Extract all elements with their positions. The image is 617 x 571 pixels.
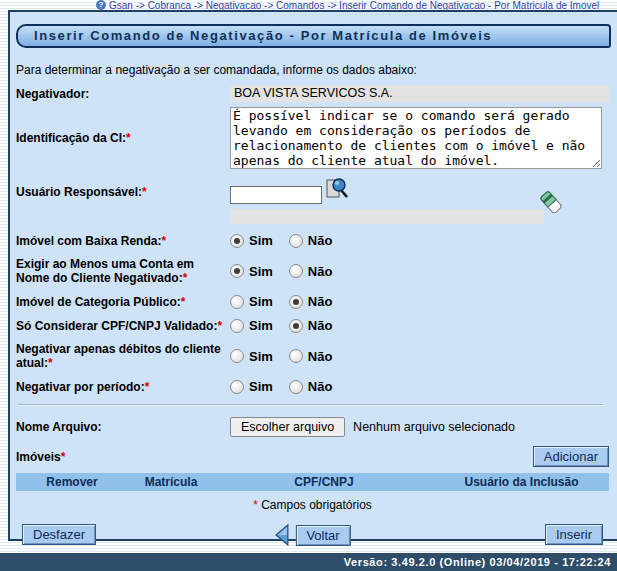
- form-row-negativar-periodo: Negativar por período:* Sim Não: [16, 379, 609, 394]
- radio-nao-label: Não: [308, 233, 333, 248]
- radio-sim[interactable]: [230, 380, 244, 394]
- add-button[interactable]: Adicionar: [533, 446, 609, 467]
- form-row-nome-arquivo: Nome Arquivo: Escolher arquivo Nenhum ar…: [16, 416, 609, 438]
- negativar-periodo-label: Negativar por período:*: [16, 380, 230, 394]
- form-row-baixa-renda: Imóvel com Baixa Renda:* Sim Não: [16, 233, 609, 248]
- form-row-imoveis: Imóveis* Adicionar: [16, 446, 609, 467]
- radio-sim-label: Sim: [249, 233, 273, 248]
- col-usuario-inclusao: Usuário da Inclusão: [434, 473, 609, 491]
- imoveis-table-header: Remover Matrícula CPF/CNPJ Usuário da In…: [16, 473, 609, 491]
- usuario-responsavel-name: [230, 209, 544, 224]
- identificacao-ci-label: Identificação da CI:*: [16, 131, 230, 145]
- radio-nao-label: Não: [308, 349, 333, 364]
- radio-sim[interactable]: [230, 234, 244, 248]
- radio-sim-label: Sim: [249, 294, 273, 309]
- radio-sim-label: Sim: [249, 349, 273, 364]
- form-row-exigir-conta: Exigir ao Menos uma Conta em Nome do Cli…: [16, 257, 609, 285]
- radio-nao-label: Não: [308, 379, 333, 394]
- radio-sim-label: Sim: [249, 318, 273, 333]
- radio-sim[interactable]: [230, 319, 244, 333]
- form-row-cpf-validado: Só Considerar CPF/CNPJ Validado:* Sim Nã…: [16, 318, 609, 333]
- col-remover: Remover: [16, 473, 128, 491]
- required-asterisk: *: [183, 271, 188, 285]
- radio-nao[interactable]: [289, 380, 303, 394]
- form: Negativador: BOA VISTA SERVICOS S.A. Ide…: [10, 85, 617, 548]
- radio-sim[interactable]: [230, 264, 244, 278]
- radio-nao[interactable]: [289, 349, 303, 363]
- col-cpf-cnpj: CPF/CNPJ: [214, 473, 434, 491]
- col-matricula: Matrícula: [128, 473, 214, 491]
- undo-button[interactable]: Desfazer: [22, 524, 96, 545]
- radio-sim[interactable]: [230, 295, 244, 309]
- insert-button[interactable]: Inserir: [545, 524, 603, 545]
- required-asterisk: *: [181, 295, 186, 309]
- search-icon[interactable]: [326, 177, 348, 204]
- help-icon[interactable]: ?: [96, 0, 106, 10]
- back-button[interactable]: Voltar: [295, 525, 350, 546]
- radio-nao[interactable]: [289, 319, 303, 333]
- page-title: Inserir Comando de Negativação - Por Mat…: [16, 24, 611, 48]
- form-row-categoria-publico: Imóvel de Categoria Público:* Sim Não: [16, 294, 609, 309]
- usuario-responsavel-label: Usuário Responsável:*: [16, 177, 230, 199]
- required-asterisk: *: [48, 356, 53, 370]
- usuario-responsavel-fields: [230, 177, 609, 224]
- form-row-identificacao-ci: Identificação da CI:* É possível indicar…: [16, 107, 609, 169]
- baixa-renda-label: Imóvel com Baixa Renda:*: [16, 234, 230, 248]
- identificacao-ci-textarea[interactable]: É possível indicar se o comando será ger…: [230, 107, 602, 169]
- cpf-validado-label: Só Considerar CPF/CNPJ Validado:*: [16, 319, 230, 333]
- debitos-cliente-atual-label: Negativar apenas débitos do cliente atua…: [16, 342, 230, 370]
- usuario-responsavel-input[interactable]: [230, 186, 322, 204]
- form-row-usuario-responsavel: Usuário Responsável:*: [16, 177, 609, 224]
- radio-nao[interactable]: [289, 234, 303, 248]
- required-asterisk: *: [61, 450, 66, 464]
- required-asterisk: *: [142, 185, 147, 199]
- section-divider: [18, 404, 603, 406]
- radio-nao[interactable]: [289, 295, 303, 309]
- negativador-value: BOA VISTA SERVICOS S.A.: [230, 85, 609, 102]
- eraser-icon[interactable]: [538, 189, 564, 221]
- form-row-negativador: Negativador: BOA VISTA SERVICOS S.A.: [16, 85, 609, 102]
- imoveis-label: Imóveis*: [16, 450, 230, 464]
- form-row-debitos-cliente-atual: Negativar apenas débitos do cliente atua…: [16, 342, 609, 370]
- choose-file-button[interactable]: Escolher arquivo: [230, 417, 345, 437]
- radio-nao-label: Não: [308, 318, 333, 333]
- required-fields-note: * Campos obrigatórios: [16, 498, 609, 512]
- radio-nao-label: Não: [308, 264, 333, 279]
- radio-sim[interactable]: [230, 349, 244, 363]
- page-background: ?Gsan -> Cobranca -> Negativacao -> Coma…: [0, 0, 617, 571]
- required-asterisk: *: [217, 319, 222, 333]
- intro-text: Para determinar a negativação a ser coma…: [16, 63, 617, 77]
- main-panel: Inserir Comando de Negativação - Por Mat…: [8, 10, 617, 541]
- categoria-publico-label: Imóvel de Categoria Público:*: [16, 295, 230, 309]
- exigir-conta-label: Exigir ao Menos uma Conta em Nome do Cli…: [16, 257, 230, 285]
- radio-sim-label: Sim: [249, 379, 273, 394]
- negativador-label: Negativador:: [16, 87, 230, 101]
- nome-arquivo-label: Nome Arquivo:: [16, 420, 230, 434]
- required-asterisk: *: [145, 380, 150, 394]
- radio-nao[interactable]: [289, 264, 303, 278]
- actions-bar: Desfazer Voltar Inserir: [16, 524, 609, 548]
- page-title-text: Inserir Comando de Negativação - Por Mat…: [34, 28, 492, 43]
- file-status-text: Nenhum arquivo selecionado: [353, 416, 515, 438]
- required-asterisk: *: [126, 131, 131, 145]
- radio-nao-label: Não: [308, 294, 333, 309]
- footer-version: Versão: 3.49.2.0 (Online) 03/04/2019 - 1…: [0, 553, 617, 571]
- back-arrow-icon[interactable]: [274, 524, 288, 546]
- radio-sim-label: Sim: [249, 264, 273, 279]
- required-asterisk: *: [161, 234, 166, 248]
